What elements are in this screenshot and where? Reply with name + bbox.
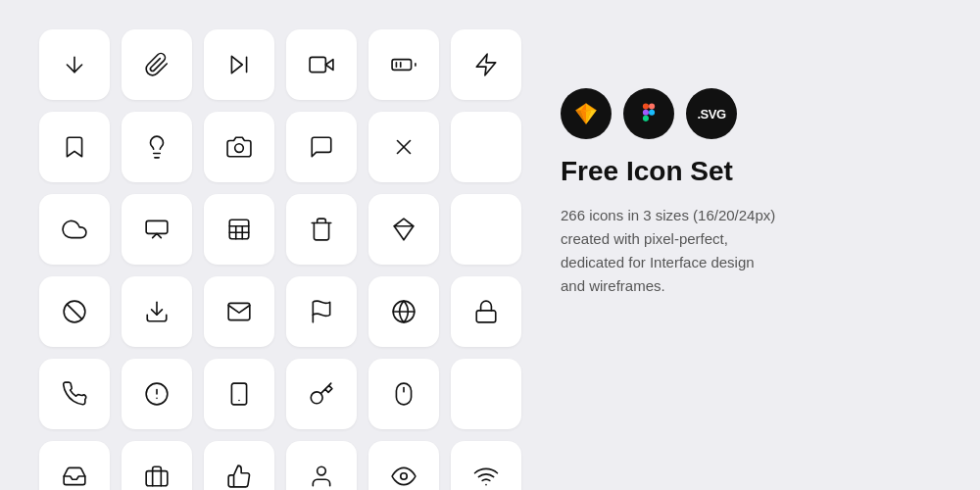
- icon-phone[interactable]: [39, 359, 110, 429]
- svg-badge: .SVG: [686, 88, 737, 139]
- svg-label: .SVG: [697, 107, 725, 122]
- icon-battery[interactable]: [368, 29, 439, 100]
- svg-marker-1: [231, 56, 242, 73]
- icon-lock[interactable]: [451, 276, 521, 347]
- svg-rect-51: [649, 104, 655, 110]
- svg-point-12: [235, 144, 244, 153]
- svg-line-23: [67, 304, 81, 318]
- svg-rect-28: [476, 311, 496, 322]
- svg-rect-15: [146, 220, 168, 233]
- icon-paperclip[interactable]: [122, 29, 192, 100]
- icon-message[interactable]: [286, 112, 357, 182]
- icon-mouse[interactable]: [368, 359, 439, 429]
- icon-briefcase[interactable]: [122, 441, 192, 490]
- icon-key[interactable]: [286, 359, 357, 429]
- svg-point-54: [649, 110, 655, 116]
- icon-mail[interactable]: [204, 276, 274, 347]
- icon-video[interactable]: [286, 29, 357, 100]
- icon-download[interactable]: [122, 276, 192, 347]
- icon-info[interactable]: [122, 359, 192, 429]
- icon-inbox[interactable]: [39, 441, 110, 490]
- svg-marker-3: [325, 60, 333, 71]
- svg-rect-32: [231, 383, 246, 405]
- svg-rect-52: [643, 110, 649, 116]
- icon-camera[interactable]: [204, 112, 274, 182]
- icon-spreadsheet[interactable]: [204, 194, 274, 265]
- icon-arrow-down[interactable]: [39, 29, 110, 100]
- svg-rect-53: [643, 116, 649, 122]
- svg-rect-4: [310, 57, 325, 72]
- svg-rect-36: [146, 471, 168, 486]
- figma-badge: [623, 88, 674, 139]
- icon-cloud[interactable]: [39, 194, 110, 265]
- icon-close[interactable]: [368, 112, 439, 182]
- icon-thumbs-up[interactable]: [204, 441, 274, 490]
- svg-point-38: [401, 473, 408, 480]
- icon-bolt[interactable]: [451, 29, 521, 100]
- icon-ban[interactable]: [39, 276, 110, 347]
- icon-diamond[interactable]: [368, 194, 439, 265]
- icon-wifi[interactable]: [451, 441, 521, 490]
- product-title: Free Icon Set: [561, 155, 941, 188]
- svg-marker-9: [476, 54, 496, 75]
- icon-bookmark[interactable]: [39, 112, 110, 182]
- info-panel: .SVG Free Icon Set 266 icons in 3 sizes …: [561, 29, 941, 298]
- svg-rect-5: [392, 60, 412, 71]
- product-description: 266 icons in 3 sizes (16/20/24px) create…: [561, 204, 776, 298]
- icon-flag[interactable]: [286, 276, 357, 347]
- tool-badges: .SVG: [561, 88, 941, 139]
- svg-rect-50: [643, 104, 649, 110]
- icon-empty-3: [451, 359, 521, 429]
- icon-empty-1: [451, 112, 521, 182]
- svg-rect-16: [229, 220, 249, 239]
- icon-chat-bubble[interactable]: [122, 194, 192, 265]
- svg-rect-34: [396, 383, 411, 405]
- icon-trash[interactable]: [286, 194, 357, 265]
- icon-mobile[interactable]: [204, 359, 274, 429]
- icon-globe[interactable]: [368, 276, 439, 347]
- sketch-badge: [561, 88, 612, 139]
- icon-lightbulb[interactable]: [122, 112, 192, 182]
- icon-skip-forward[interactable]: [204, 29, 274, 100]
- icon-eye[interactable]: [368, 441, 439, 490]
- svg-point-37: [318, 466, 326, 475]
- icon-grid: [39, 29, 521, 490]
- icon-empty-2: [451, 194, 521, 265]
- main-container: .SVG Free Icon Set 266 icons in 3 sizes …: [0, 0, 980, 490]
- icon-person[interactable]: [286, 441, 357, 490]
